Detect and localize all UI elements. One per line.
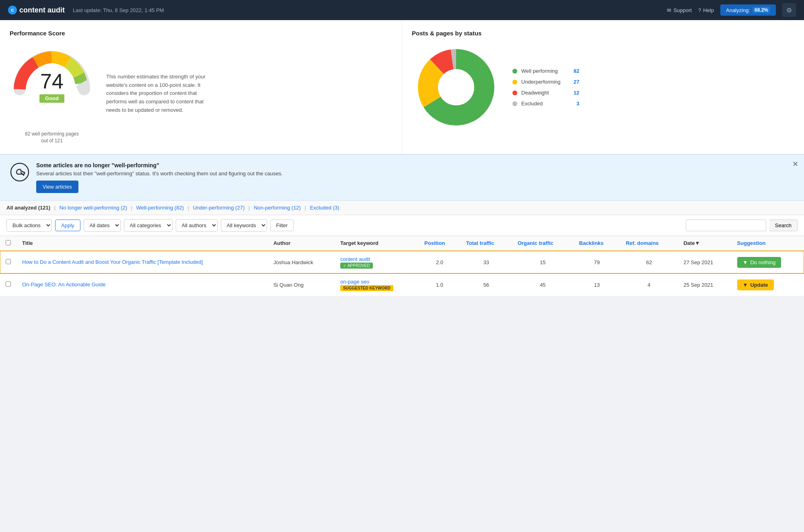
keyword-badge-approved: ✓ APPROVED [340,263,373,269]
settings-button[interactable]: ⚙ [782,3,796,17]
legend-count-excluded: 3 [576,101,579,107]
bulk-actions-select[interactable]: Bulk actions [6,219,52,232]
legend-label-excluded: Excluded [521,101,572,107]
tab-under-performing[interactable]: Under-performing (27) [193,205,245,211]
row-suggestion: ▼ Update [732,273,804,296]
header-position[interactable]: Position [419,236,461,251]
alert-title: Some articles are no longer "well-perfor… [36,162,794,168]
all-keywords-select[interactable]: All keywords [221,219,267,232]
do-nothing-label: Do nothing [750,259,775,265]
update-label: Update [750,282,768,288]
toolbar: Bulk actions Apply All dates All categor… [0,215,804,236]
row-checkbox-cell [0,273,16,296]
row-checkbox-cell [0,251,16,274]
legend-label-well-performing: Well performing [521,68,570,74]
row-title: On-Page SEO: An Actionable Guide [16,273,268,296]
row-checkbox[interactable] [6,259,11,264]
keyword-link[interactable]: content audit [340,256,370,262]
alert-description: Several articles lost their "well-perfor… [36,170,794,177]
row-checkbox[interactable] [6,281,11,287]
all-categories-select[interactable]: All categories [124,219,173,232]
checkmark-icon: ✓ [343,263,346,268]
row-author: Si Quan Ong [268,273,335,296]
tab-excluded[interactable]: Excluded (3) [310,205,339,211]
row-keyword: on-page seo SUGGESTED KEYWORD [335,273,419,296]
update-button[interactable]: ▼ Update [737,279,774,290]
legend-dot-deadweight [512,90,517,95]
search-input[interactable] [686,220,766,231]
header-nav: ✉ Support ? Help Analyzing: 68.2% ⚙ [667,3,796,17]
header-organic-traffic[interactable]: Organic traffic [512,236,574,251]
help-link[interactable]: ? Help [698,7,714,13]
analyzing-percent: 68.2% [753,7,770,13]
row-organic-traffic: 45 [512,273,574,296]
last-update-text: Last update: Thu, 8 Sep 2022, 1:45 PM [73,7,164,13]
tab-all-analyzed[interactable]: All analyzed (121) [6,205,50,211]
header-total-traffic[interactable]: Total traffic [461,236,512,251]
view-articles-button[interactable]: View articles [36,181,78,193]
legend-count-underperforming: 27 [574,79,579,85]
row-backlinks: 13 [574,273,620,296]
support-label: Support [673,7,692,13]
row-suggestion: ▼ Do nothing [732,251,804,274]
row-backlinks: 79 [574,251,620,274]
filter-button[interactable]: Filter [270,220,294,231]
alert-close-button[interactable]: ✕ [792,160,798,168]
envelope-icon: ✉ [667,7,671,13]
do-nothing-button[interactable]: ▼ Do nothing [737,257,781,268]
header-backlinks[interactable]: Backlinks [574,236,620,251]
chart-legend: Well performing 82 Underperforming 27 De… [512,68,579,107]
keyword-badge-suggested: SUGGESTED KEYWORD [340,285,393,291]
tab-non-performing[interactable]: Non-performing (12) [254,205,301,211]
header-target-keyword: Target keyword [335,236,419,251]
all-authors-select[interactable]: All authors [176,219,218,232]
articles-table: Title Author Target keyword Position Tot… [0,236,804,296]
posts-by-status-panel: Posts & pages by status [402,20,804,154]
row-author: Joshua Hardwick [268,251,335,274]
legend-count-well-performing: 82 [574,68,579,74]
logo: c content audit [8,6,65,14]
header-date[interactable]: Date▼ [678,236,731,251]
legend-dot-well-performing [512,69,517,74]
row-ref-domains: 4 [620,273,678,296]
score-label: Good [39,94,64,103]
score-number: 74 [39,71,64,92]
select-all-checkbox[interactable] [6,240,11,245]
tab-no-longer-well-performing[interactable]: No longer well-performing (2) [60,205,127,211]
search-button[interactable]: Search [769,220,798,231]
support-link[interactable]: ✉ Support [667,7,692,13]
gauge-container: 74 Good [10,43,94,127]
keyword-link[interactable]: on-page seo [340,279,369,285]
row-total-traffic: 33 [461,251,512,274]
row-date: 27 Sep 2021 [678,251,731,274]
table-row: How to Do a Content Audit and Boost Your… [0,251,804,274]
legend-label-deadweight: Deadweight [521,90,570,96]
question-icon: ? [698,7,701,13]
article-title-link[interactable]: How to Do a Content Audit and Boost Your… [22,259,203,265]
gauge-description: This number estimates the strength of yo… [106,73,219,115]
donut-chart [412,43,500,131]
row-date: 25 Sep 2021 [678,273,731,296]
header-checkbox-cell [0,236,16,251]
gauge-section: 74 Good 82 well performing pagesout of 1… [10,43,392,144]
legend-item-well-performing: Well performing 82 [512,68,579,74]
header-suggestion[interactable]: Suggestion [732,236,804,251]
tab-well-performing[interactable]: Well-performing (82) [136,205,184,211]
apply-button[interactable]: Apply [55,220,80,231]
header-title: Title [16,236,268,251]
row-title: How to Do a Content Audit and Boost Your… [16,251,268,274]
row-ref-domains: 62 [620,251,678,274]
row-keyword: content audit ✓ APPROVED [335,251,419,274]
svg-point-6 [11,163,29,181]
gear-icon: ⚙ [786,6,792,14]
analyzing-button[interactable]: Analyzing: 68.2% [720,4,776,16]
article-title-link[interactable]: On-Page SEO: An Actionable Guide [22,281,105,288]
badge-label: APPROVED [348,263,370,268]
legend-dot-excluded [512,101,517,106]
help-label: Help [703,7,714,13]
all-dates-select[interactable]: All dates [84,219,121,232]
header-ref-domains[interactable]: Ref. domains [620,236,678,251]
table-container: Title Author Target keyword Position Tot… [0,236,804,296]
legend-dot-underperforming [512,80,517,84]
alert-banner: Some articles are no longer "well-perfor… [0,154,804,201]
